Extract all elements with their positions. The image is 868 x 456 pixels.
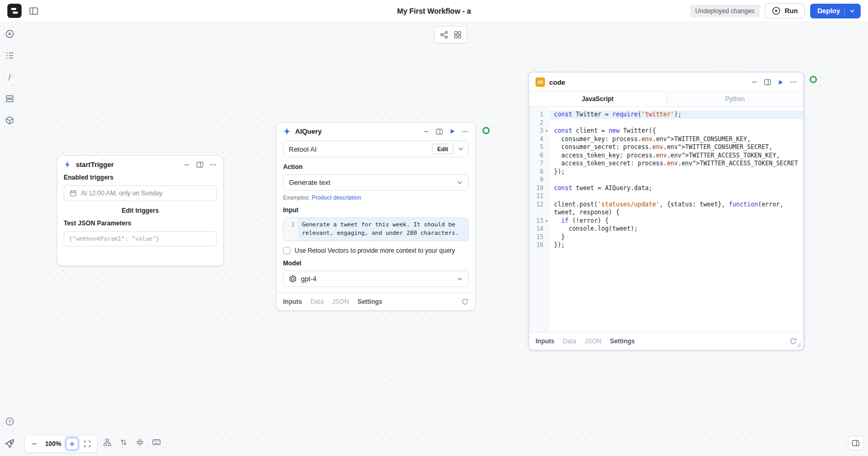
refresh-icon[interactable] [461,298,469,305]
zoom-out-icon[interactable] [28,438,41,450]
code-line-text[interactable] [550,176,803,184]
prompt-text[interactable]: Generate a tweet for this week. It shoul… [298,218,468,241]
code-line-text[interactable]: console.log(tweet); [550,225,803,233]
right-panel-toggle-icon[interactable] [848,436,863,450]
start-trigger-node[interactable]: startTrigger Enabled triggers At 12:00 A… [57,155,224,266]
workflow-canvas[interactable]: ƒ ? startTrigger [0,22,868,456]
chevron-down-icon[interactable] [458,146,464,152]
code-line-text[interactable]: consumer_secret: process.env.env">TWITTE… [550,143,803,152]
code-line-text[interactable]: }); [550,241,803,250]
tab-data[interactable]: Data [310,298,324,305]
edit-resource-button[interactable]: Edit [432,144,453,154]
edit-triggers-button[interactable]: Edit triggers [64,201,217,220]
code-line: 13▾ if (!error) { [529,217,803,225]
run-button[interactable]: Run [765,3,804,18]
node-title: startTrigger [76,161,114,168]
line-number: 7 [529,160,550,168]
expand-panel-icon[interactable] [436,128,443,135]
examples-link[interactable]: Product description [311,194,361,201]
deploy-button[interactable]: Deploy [810,4,861,18]
fold-chevron-icon[interactable]: ▾ [543,217,550,225]
line-number: 1 [529,111,550,119]
code-line: 8}); [529,168,803,176]
code-line-text[interactable]: } [550,233,803,242]
aiquery-output-connector[interactable] [482,127,490,134]
minimize-icon[interactable] [422,128,430,135]
tab-inputs[interactable]: Inputs [283,298,302,305]
input-label: Input [283,206,469,214]
auto-layout-icon[interactable] [103,438,112,447]
expand-panel-icon[interactable] [196,161,204,168]
action-select[interactable]: Generate text [283,174,469,191]
code-line-text[interactable]: const Twitter = require('twitter'); [550,111,803,119]
code-line-text[interactable]: consumer_key: process.env.env">TWITTER_C… [550,135,803,144]
workflow-title: My First Workflow - a [397,7,471,15]
zoom-to-fit-icon[interactable] [136,438,144,447]
tab-python[interactable]: Python [666,92,803,106]
code-line-text[interactable] [550,119,803,127]
code-line: 3▾const client = new Twitter({ [529,127,803,135]
layers-icon[interactable] [5,94,14,103]
line-number: 9 [529,176,550,184]
play-icon[interactable] [777,79,784,86]
minimize-icon[interactable] [183,161,190,168]
help-icon[interactable]: ? [5,417,14,426]
add-block-icon[interactable] [5,29,14,38]
tab-data[interactable]: Data [563,338,576,345]
code-line-text[interactable]: }); [550,168,803,176]
code-line-text[interactable]: access_token_key: process.env.env">TWITT… [550,152,803,160]
code-editor-lines[interactable]: 1const Twitter = require('twitter');2 3▾… [529,107,803,332]
functions-icon[interactable]: ƒ [5,73,14,82]
retool-logo[interactable] [7,4,22,18]
minimize-icon[interactable] [751,78,758,86]
aiquery-node[interactable]: AIQuery Retool AI Edit Action Generate t… [276,122,476,311]
keyboard-shortcuts-icon[interactable] [152,438,161,447]
expand-panel-icon[interactable] [764,78,771,86]
tab-inputs[interactable]: Inputs [536,338,554,345]
chevron-down-icon[interactable] [849,8,855,14]
package-icon[interactable] [5,116,14,125]
code-line: 16}); [529,241,803,250]
blocks-list-icon[interactable] [5,51,14,60]
vectors-checkbox[interactable] [283,247,290,254]
code-line-text[interactable]: const client = new Twitter({ [550,127,803,135]
line-number: 8 [529,168,550,176]
sparkle-icon [283,127,291,135]
code-line-text[interactable]: access_token_secret: process.env.env">TW… [550,160,803,168]
more-options-icon[interactable] [790,78,797,86]
tab-settings[interactable]: Settings [357,298,382,305]
code-node[interactable]: JS code JavaScript Python 1const Twitter… [529,72,804,350]
test-json-input[interactable] [64,231,217,246]
code-line-text[interactable]: if (!error) { [550,217,803,225]
code-line-text[interactable] [550,192,803,201]
tab-javascript[interactable]: JavaScript [529,92,666,106]
code-output-connector[interactable] [810,76,817,83]
prompt-editor[interactable]: 1 Generate a tweet for this week. It sho… [283,217,469,241]
more-options-icon[interactable] [209,161,217,168]
code-line-text[interactable]: const tweet = AIQuery.data; [550,184,803,193]
test-json-label: Test JSON Parameters [64,220,217,227]
fold-chevron-icon[interactable]: ▾ [543,127,550,135]
resource-select[interactable]: Retool AI Edit [283,141,469,157]
tab-json[interactable]: JSON [584,338,601,345]
line-number: 3▾ [529,127,550,135]
model-select[interactable]: gpt-4 [283,271,469,287]
tab-settings[interactable]: Settings [610,338,634,345]
code-line-text[interactable]: client.post('statuses/update', {status: … [550,201,803,217]
retool-logo-glyph [11,7,18,15]
run-button-label: Run [784,7,798,15]
tab-json[interactable]: JSON [332,298,349,305]
code-editor[interactable]: 1const Twitter = require('twitter');2 3▾… [529,107,803,332]
organize-branch-icon[interactable] [440,31,448,39]
zoom-in-icon[interactable] [66,438,78,450]
rocket-icon[interactable] [5,439,15,449]
resize-handle[interactable] [796,342,802,348]
play-icon[interactable] [449,128,456,135]
vertical-arrows-icon[interactable] [119,438,128,447]
more-options-icon[interactable] [461,128,469,135]
fullscreen-icon[interactable] [81,438,94,450]
schedule-display[interactable]: At 12:00 AM, only on Sunday [64,185,217,201]
blocks-grid-icon[interactable] [453,31,462,39]
connection-wires [0,22,158,101]
left-panel-toggle-icon[interactable] [29,6,38,16]
